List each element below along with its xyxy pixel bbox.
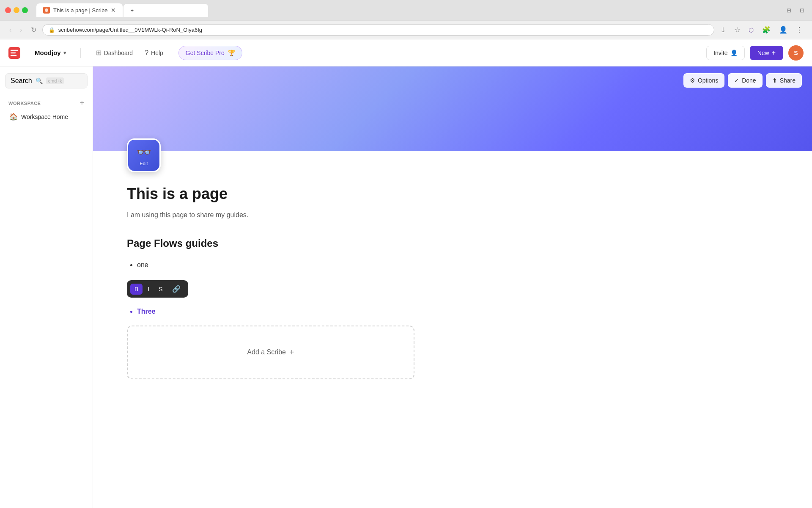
traffic-light-green[interactable] [22,7,28,13]
download-icon[interactable]: ⤓ [718,24,728,36]
done-checkmark-icon: ✓ [734,77,739,84]
search-icon: 🔍 [36,77,43,84]
share-icon: ⬆ [772,77,777,84]
invite-person-icon: 👤 [730,50,738,56]
bold-format-button[interactable]: B [130,284,143,295]
help-circle-icon: ? [145,49,148,57]
workspace-home-label: Workspace Home [21,113,68,120]
add-scribe-plus-icon: + [289,348,294,357]
nav-links: ⊞ Dashboard ? Help [91,45,168,60]
page-hero: ⚙ Options ✓ Done ⬆ Share 👓 Edi [93,66,812,151]
dashboard-label: Dashboard [104,50,133,56]
options-icon: ⚙ [690,77,695,84]
new-label: New [757,50,769,56]
nav-divider [80,48,81,58]
nav-right-actions: Invite 👤 New + S [706,45,804,61]
window-expand-button[interactable]: ⊡ [797,6,807,15]
browser-tabs: This is a page | Scribe ✕ + [36,3,781,17]
page-body: This is a page I am using this page to s… [93,151,474,396]
traffic-light-red[interactable] [5,7,11,13]
done-label: Done [742,77,756,84]
browser-nav-actions: ⤓ ☆ ⬡ 🧩 👤 ⋮ [718,24,805,36]
dashboard-grid-icon: ⊞ [96,49,102,57]
new-button[interactable]: New + [750,46,783,60]
top-navigation: Moodjoy ▾ ⊞ Dashboard ? Help Get Scribe … [0,39,812,66]
sidebar-item-workspace-home[interactable]: 🏠 Workspace Home [5,109,88,124]
search-shortcut: cmd+k [46,77,64,84]
add-scribe-label: Add a Scribe [247,348,286,356]
bullet-list: one [127,258,440,272]
add-scribe-content: Add a Scribe + [247,348,294,357]
browser-chrome: This is a page | Scribe ✕ + ⊟ ⊡ ‹ › ↻ 🔒 … [0,0,812,39]
page-title: This is a page [127,185,440,203]
profile-icon[interactable]: 👤 [776,24,790,36]
list-item: one [137,258,440,272]
user-avatar[interactable]: S [788,45,804,61]
bookmark-icon[interactable]: ☆ [732,24,743,36]
page-icon-edit-button[interactable]: 👓 Edit [127,138,161,172]
brand-name: Moodjoy [35,49,61,56]
back-button[interactable]: ‹ [7,25,14,36]
glasses-icon: 👓 [137,145,151,159]
forward-button[interactable]: › [17,25,25,36]
logo [8,47,20,59]
address-text: scribehow.com/page/Untitled__0V1MWLk-Qi-… [58,27,202,33]
search-text: Search [11,77,32,85]
tab-favicon [43,7,50,14]
invite-label: Invite [713,50,727,56]
workspace-label: WORKSPACE [8,101,41,106]
italic-format-button[interactable]: I [143,284,154,295]
workspace-section: WORKSPACE + 🏠 Workspace Home [5,97,88,124]
puzzle-icon[interactable]: 🧩 [760,24,773,36]
help-nav-link[interactable]: ? Help [140,46,168,60]
browser-nav-bar: ‹ › ↻ 🔒 scribehow.com/page/Untitled__0V1… [0,20,812,39]
page-icon-container: 👓 Edit [127,138,161,172]
traffic-lights [5,7,28,13]
options-label: Options [698,77,718,84]
help-label: Help [151,50,163,56]
address-bar[interactable]: 🔒 scribehow.com/page/Untitled__0V1MWLk-Q… [42,24,714,36]
app: Moodjoy ▾ ⊞ Dashboard ? Help Get Scribe … [0,39,812,508]
page-content: ⚙ Options ✓ Done ⬆ Share 👓 Edi [93,66,812,508]
get-scribe-pro-button[interactable]: Get Scribe Pro 🏆 [178,46,242,60]
dashboard-nav-link[interactable]: ⊞ Dashboard [91,45,138,60]
share-button[interactable]: ⬆ Share [766,73,802,88]
new-tab-button[interactable]: + [123,4,208,17]
extensions-icon[interactable]: ⬡ [746,25,756,35]
tab-close-button[interactable]: ✕ [111,7,116,14]
workspace-header: WORKSPACE + [5,97,88,109]
main-area: Search 🔍 cmd+k WORKSPACE + 🏠 Workspace H… [0,66,812,508]
more-options-button[interactable]: ⋮ [793,24,805,36]
formatting-toolbar: B I S 🔗 [127,280,188,298]
second-bullet-list: Three [127,304,440,319]
browser-title-bar: This is a page | Scribe ✕ + ⊟ ⊡ [0,0,812,20]
refresh-button[interactable]: ↻ [28,24,39,36]
page-description: I am using this page to share my guides. [127,210,440,221]
svg-point-0 [45,8,48,12]
scribe-logo-icon [8,47,20,59]
home-icon: 🏠 [9,113,18,121]
edit-label: Edit [140,161,148,166]
traffic-light-yellow[interactable] [14,7,19,13]
brand-chevron-icon: ▾ [63,50,66,56]
search-box[interactable]: Search 🔍 cmd+k [5,73,88,88]
lock-icon: 🔒 [49,27,55,33]
section-title: Page Flows guides [127,237,440,249]
list-item-highlighted: Three [137,304,440,319]
tab-title: This is a page | Scribe [53,7,107,14]
options-button[interactable]: ⚙ Options [683,73,724,88]
link-format-button[interactable]: 🔗 [168,283,185,295]
share-label: Share [780,77,796,84]
trophy-icon: 🏆 [228,50,235,56]
invite-button[interactable]: Invite 👤 [706,46,744,60]
sidebar: Search 🔍 cmd+k WORKSPACE + 🏠 Workspace H… [0,66,93,508]
strikethrough-format-button[interactable]: S [154,284,167,295]
done-button[interactable]: ✓ Done [728,73,762,88]
window-minimize-button[interactable]: ⊟ [784,6,794,15]
new-plus-icon: + [772,49,776,57]
workspace-add-button[interactable]: + [80,99,84,108]
get-pro-label: Get Scribe Pro [186,50,225,56]
brand-menu-button[interactable]: Moodjoy ▾ [30,47,70,59]
add-scribe-box[interactable]: Add a Scribe + [127,326,414,379]
active-tab[interactable]: This is a page | Scribe ✕ [36,3,123,17]
